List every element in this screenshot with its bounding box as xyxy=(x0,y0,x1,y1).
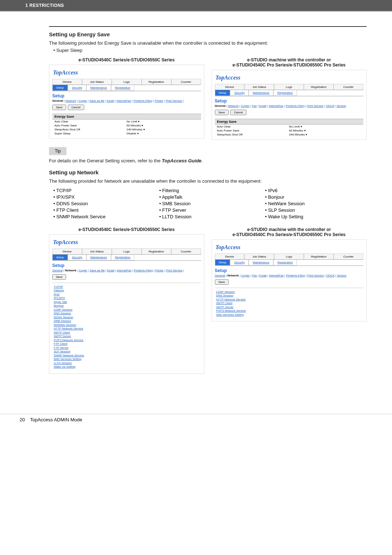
tab-registration[interactable]: Registration xyxy=(304,254,334,259)
li: IPv6 xyxy=(265,188,367,193)
network-bullets: TCP/IP IPX/SPX DDNS Session FTP Client S… xyxy=(49,187,367,220)
row-supersleep: Super SleepDisable ▾ xyxy=(52,131,201,135)
tab-logs[interactable]: Logs xyxy=(274,254,304,259)
col-right: e-STUDIO machine with the controller or … xyxy=(212,57,367,140)
link[interactable]: Web Services Setting xyxy=(216,313,244,316)
link[interactable]: SLP Session xyxy=(54,350,70,353)
link[interactable]: Web Services Setting xyxy=(54,357,81,361)
tab-registration[interactable]: Registration xyxy=(304,84,334,90)
tab-logs[interactable]: Logs xyxy=(112,79,142,85)
link[interactable]: HTTP Network Service xyxy=(54,327,83,330)
link[interactable]: POP3 Network Service xyxy=(54,339,83,342)
link[interactable]: SMTP Client xyxy=(216,301,233,305)
link[interactable]: SMTP Server xyxy=(216,305,234,309)
link[interactable]: DNS Session xyxy=(216,294,234,297)
subtabs-left1: General | Network | Copier | Save as fil… xyxy=(52,99,201,102)
tab-registration[interactable]: Registration xyxy=(142,79,171,85)
caption-left: e-STUDIO4540C Series/e-STUDIO6550C Serie… xyxy=(49,57,204,62)
save-button[interactable]: Save xyxy=(215,110,229,115)
row-autopower: Auto Power Save60 Minutes ▾ xyxy=(52,123,201,127)
link[interactable]: HTTP Network Service xyxy=(216,298,246,301)
subtabs-left2: General | Network | Copier | Save as fil… xyxy=(52,269,201,272)
link[interactable]: LLTD Session xyxy=(54,361,72,365)
li: Bonjour xyxy=(265,194,367,200)
setup-title: Setup xyxy=(52,93,201,98)
li: Filtering xyxy=(159,188,261,193)
tab-registration[interactable]: Registration xyxy=(142,248,171,254)
tab-device[interactable]: Device xyxy=(215,254,245,259)
tab-setup[interactable]: Setup xyxy=(52,255,68,260)
tab-registration2[interactable]: Registration xyxy=(111,255,135,260)
tab-setup[interactable]: Setup xyxy=(215,90,230,96)
tab-registration2[interactable]: Registration xyxy=(273,90,297,96)
tab-maintenance[interactable]: Maintenance xyxy=(249,260,273,266)
tab-jobstatus[interactable]: Job Status xyxy=(244,254,274,259)
link[interactable]: Bonjour xyxy=(54,304,64,307)
section-rule xyxy=(49,26,367,27)
link[interactable]: Wake Up Setting xyxy=(54,365,75,368)
tab-maintenance[interactable]: Maintenance xyxy=(86,85,111,91)
tab-maintenance[interactable]: Maintenance xyxy=(86,255,111,260)
tab-jobstatus[interactable]: Job Status xyxy=(82,79,112,85)
link[interactable]: Apple Talk xyxy=(54,300,67,304)
col-right: e-STUDIO machine with the controller or … xyxy=(212,227,367,374)
tab-maintenance[interactable]: Maintenance xyxy=(249,90,273,96)
tab-counter[interactable]: Counter xyxy=(171,248,201,254)
screenshot-right: TopAccess Device Job Status Logs Registr… xyxy=(212,70,367,140)
tab-counter[interactable]: Counter xyxy=(334,254,363,259)
tab-security[interactable]: Security xyxy=(68,85,86,91)
tab-jobstatus[interactable]: Job Status xyxy=(82,248,112,254)
link[interactable]: SMTP Server xyxy=(54,335,71,338)
link[interactable]: SNMP Network Service xyxy=(54,354,84,357)
tab-device[interactable]: Device xyxy=(52,248,82,254)
link[interactable]: FTP Server xyxy=(54,346,69,349)
tabs-row2: Setup Security Maintenance Registration xyxy=(215,260,364,266)
link[interactable]: FTP Client xyxy=(54,342,68,345)
tab-security[interactable]: Security xyxy=(68,255,86,260)
cancel-button[interactable]: Cancel xyxy=(230,110,246,115)
link[interactable]: LDAP Session xyxy=(54,308,72,311)
link[interactable]: DDNS Session xyxy=(54,316,73,319)
link[interactable]: Filtering xyxy=(54,289,64,292)
save-button[interactable]: Save xyxy=(52,105,66,110)
li: SMB Session xyxy=(159,201,261,206)
save-button[interactable]: Save xyxy=(52,274,66,280)
tab-setup[interactable]: Setup xyxy=(52,85,68,91)
btn-row: Save xyxy=(215,279,364,285)
link[interactable]: IPv6 xyxy=(54,293,60,296)
save-button[interactable]: Save xyxy=(215,279,229,285)
tab-setup[interactable]: Setup xyxy=(215,260,230,266)
btn-row: Save Cancel xyxy=(215,110,364,115)
link[interactable]: NetWare Session xyxy=(54,323,76,327)
tab-logs[interactable]: Logs xyxy=(274,84,304,90)
tab-logs[interactable]: Logs xyxy=(112,248,142,254)
link[interactable]: LDAP Session xyxy=(216,290,235,293)
tab-device[interactable]: Device xyxy=(215,84,245,90)
row-autoclear: Auto ClearNo Limit ▾ xyxy=(215,125,364,129)
screenshots-energy: e-STUDIO4540C Series/e-STUDIO6550C Serie… xyxy=(49,57,367,140)
tab-security[interactable]: Security xyxy=(230,260,249,266)
link[interactable]: SMB Session xyxy=(54,319,71,323)
subtabs-right1: General | Network | Copier | Fax | Email… xyxy=(215,104,364,108)
tabs-row2: Setup Security Maintenance Registration xyxy=(52,255,201,261)
content: Setting up Energy Save The following pro… xyxy=(0,12,392,374)
link[interactable]: DNS Session xyxy=(54,312,71,315)
tab-counter[interactable]: Counter xyxy=(334,84,363,90)
tab-device[interactable]: Device xyxy=(52,79,82,85)
tab-jobstatus[interactable]: Job Status xyxy=(244,84,274,90)
tab-registration2[interactable]: Registration xyxy=(111,85,135,91)
link[interactable]: TCP/IP xyxy=(54,285,63,288)
tab-registration2[interactable]: Registration xyxy=(273,260,297,266)
tab-counter[interactable]: Counter xyxy=(171,79,201,85)
link[interactable]: POP3 Network Service xyxy=(216,309,246,312)
tabs-row1: Device Job Status Logs Registration Coun… xyxy=(215,254,364,260)
tab-security[interactable]: Security xyxy=(230,90,249,96)
screenshots-network: e-STUDIO4540C Series/e-STUDIO6550C Serie… xyxy=(49,227,367,374)
screenshot-right2: TopAccess Device Job Status Logs Registr… xyxy=(212,239,367,321)
page-header: 1 RESTRICTIONS xyxy=(0,0,392,11)
tabs-row2: Setup Security Maintenance Registration xyxy=(215,90,364,96)
cancel-button[interactable]: Cancel xyxy=(68,105,84,110)
link[interactable]: IPX/SPX xyxy=(54,296,65,300)
energy-save-bar: Energy Save xyxy=(52,114,201,119)
link[interactable]: SMTP Client xyxy=(54,331,70,334)
